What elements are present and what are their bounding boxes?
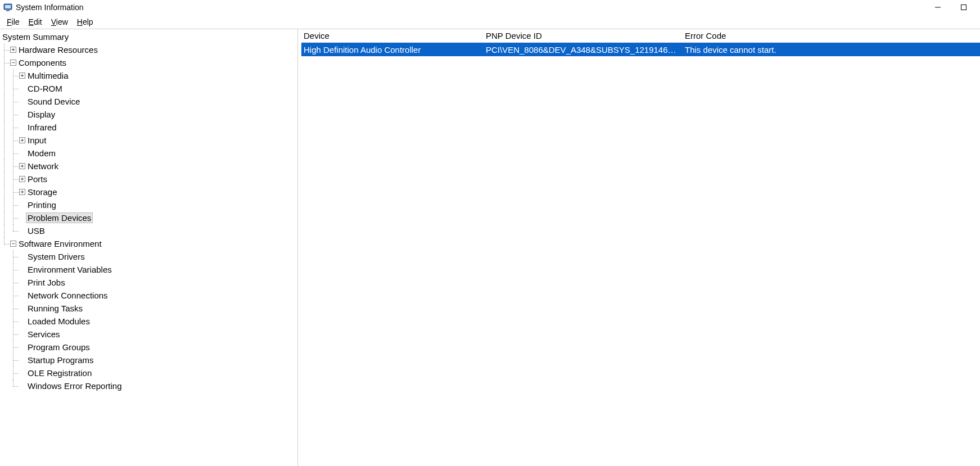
tree-label: Modem <box>26 148 57 158</box>
tree-label: Ports <box>26 174 48 184</box>
tree-label: Display <box>26 110 56 119</box>
tree-node-modem[interactable]: . Modem <box>1 147 297 160</box>
tree-node-print-jobs[interactable]: . Print Jobs <box>1 276 297 289</box>
tree-label: Network <box>26 161 60 171</box>
tree-node-sound-device[interactable]: . Sound Device <box>1 95 297 108</box>
detail-pane: Device PNP Device ID Error Code High Def… <box>298 29 980 466</box>
tree-node-system-summary[interactable]: System Summary <box>1 30 297 43</box>
tree-label: CD-ROM <box>26 84 64 93</box>
tree-label: Hardware Resources <box>17 45 99 55</box>
tree-label: Storage <box>26 187 58 197</box>
column-header-pnp-id[interactable]: PNP Device ID <box>484 31 683 40</box>
tree-label: System Summary <box>1 32 70 42</box>
tree-label: Environment Variables <box>26 265 113 274</box>
svg-rect-2 <box>6 10 10 11</box>
tree-label: Loaded Modules <box>26 316 91 326</box>
tree-node-infrared[interactable]: . Infrared <box>1 121 297 134</box>
tree-label: Startup Programs <box>26 355 95 365</box>
app-icon <box>3 3 12 12</box>
main-area: System Summary + Hardware Resources <box>0 29 980 466</box>
tree-label: Windows Error Reporting <box>26 381 123 391</box>
tree-label: Sound Device <box>26 97 81 106</box>
tree-label: System Drivers <box>26 252 86 261</box>
tree-label: Print Jobs <box>26 278 66 287</box>
tree-label: OLE Registration <box>26 368 93 378</box>
expand-icon[interactable]: + <box>19 73 25 79</box>
grid-header[interactable]: Device PNP Device ID Error Code <box>301 29 980 43</box>
expand-icon[interactable]: + <box>19 163 25 169</box>
svg-rect-1 <box>5 5 11 8</box>
tree-node-services[interactable]: . Services <box>1 328 297 341</box>
collapse-icon[interactable]: − <box>10 60 16 66</box>
tree-node-ports[interactable]: + Ports <box>1 173 297 186</box>
cell-device: High Definition Audio Controller <box>301 45 484 55</box>
cell-pnp-id: PCI\VEN_8086&DEV_A348&SUBSYS_12191462&..… <box>484 45 683 55</box>
tree-node-environment-variables[interactable]: . Environment Variables <box>1 263 297 276</box>
tree-label: Network Connections <box>26 291 109 300</box>
tree-label: Problem Devices <box>26 213 92 223</box>
expand-icon[interactable]: + <box>19 176 25 182</box>
tree-node-network-connections[interactable]: . Network Connections <box>1 289 297 302</box>
tree-node-input[interactable]: + Input <box>1 134 297 147</box>
tree-label: Multimedia <box>26 71 70 80</box>
tree-node-ole-registration[interactable]: . OLE Registration <box>1 367 297 379</box>
menu-help[interactable]: Help <box>73 16 98 28</box>
tree-label: Components <box>17 58 67 67</box>
expand-icon[interactable]: + <box>19 137 25 143</box>
tree-node-windows-error-reporting[interactable]: . Windows Error Reporting <box>1 379 297 392</box>
menu-bar: File Edit View Help <box>0 15 980 29</box>
tree-node-network[interactable]: + Network <box>1 160 297 173</box>
tree-label: Software Environment <box>17 239 103 248</box>
menu-view[interactable]: View <box>47 16 73 28</box>
tree-node-printing[interactable]: . Printing <box>1 198 297 211</box>
tree-node-multimedia[interactable]: + Multimedia <box>1 69 297 82</box>
tree-node-display[interactable]: . Display <box>1 108 297 121</box>
tree-node-problem-devices[interactable]: . Problem Devices <box>1 211 297 224</box>
svg-rect-4 <box>961 5 967 10</box>
menu-file[interactable]: File <box>2 16 24 28</box>
title-bar: System Information <box>0 0 980 15</box>
tree-label: Services <box>26 329 61 339</box>
maximize-button[interactable] <box>951 0 977 15</box>
tree-node-software-environment[interactable]: − Software Environment <box>1 237 297 250</box>
menu-edit[interactable]: Edit <box>24 16 47 28</box>
tree-node-hardware-resources[interactable]: + Hardware Resources <box>1 43 297 56</box>
tree-label: Printing <box>26 200 57 210</box>
expand-icon[interactable]: + <box>10 47 16 53</box>
tree-label: Input <box>26 135 47 145</box>
tree-node-running-tasks[interactable]: . Running Tasks <box>1 302 297 315</box>
tree-node-startup-programs[interactable]: . Startup Programs <box>1 354 297 367</box>
tree-node-system-drivers[interactable]: . System Drivers <box>1 250 297 263</box>
tree-label: USB <box>26 226 46 236</box>
navigation-tree[interactable]: System Summary + Hardware Resources <box>0 29 298 466</box>
table-row[interactable]: High Definition Audio Controller PCI\VEN… <box>301 43 980 56</box>
window-title: System Information <box>16 3 84 12</box>
tree-node-loaded-modules[interactable]: . Loaded Modules <box>1 315 297 328</box>
tree-label: Running Tasks <box>26 304 84 313</box>
minimize-button[interactable] <box>925 0 951 15</box>
column-header-error-code[interactable]: Error Code <box>683 31 828 40</box>
column-header-device[interactable]: Device <box>301 31 484 40</box>
tree-label: Program Groups <box>26 342 91 352</box>
collapse-icon[interactable]: − <box>10 241 16 247</box>
tree-node-usb[interactable]: . USB <box>1 224 297 237</box>
tree-node-cdrom[interactable]: . CD-ROM <box>1 82 297 95</box>
tree-label: Infrared <box>26 123 58 132</box>
tree-node-storage[interactable]: + Storage <box>1 186 297 198</box>
cell-error-code: This device cannot start. <box>683 45 828 55</box>
tree-node-components[interactable]: − Components <box>1 56 297 69</box>
expand-icon[interactable]: + <box>19 189 25 195</box>
tree-node-program-groups[interactable]: . Program Groups <box>1 341 297 354</box>
